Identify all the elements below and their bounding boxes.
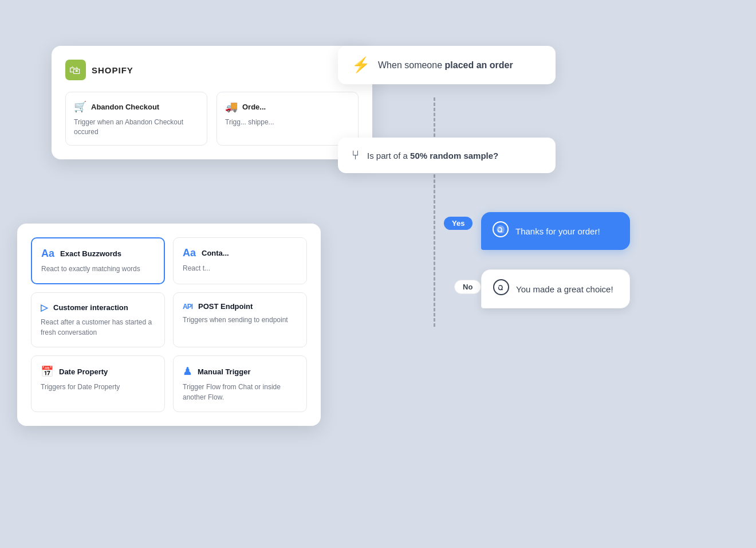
- buzzwords-desc: React to exactly matching words: [41, 264, 155, 274]
- abandon-checkout-title: Abandon Checkout: [91, 103, 159, 111]
- whatsapp-yes-bubble: Thanks for your order!: [481, 212, 630, 250]
- contact-title: Conta...: [202, 249, 229, 257]
- yes-badge: Yes: [444, 217, 472, 230]
- customer-interaction-title: Customer interaction: [53, 303, 128, 312]
- date-property-title: Date Property: [59, 367, 108, 376]
- shopify-header: 🛍 SHOPIFY: [65, 60, 359, 80]
- whatsapp-yes-text: Thanks for your order!: [515, 226, 600, 236]
- whatsapp-no-bubble: You made a great choice!: [481, 269, 630, 308]
- post-endpoint-title: POST Endpoint: [198, 302, 253, 311]
- trigger-selection-panel: Aa Exact Buzzwords React to exactly matc…: [17, 224, 321, 426]
- panel-item-exact-buzzwords[interactable]: Aa Exact Buzzwords React to exactly matc…: [31, 237, 165, 284]
- flow-condition-card: ⑂ Is part of a 50% random sample?: [338, 138, 556, 173]
- whatsapp-no-icon: [493, 279, 509, 299]
- date-property-desc: Triggers for Date Property: [41, 382, 155, 392]
- order-shipped-desc: Trigg... shippe...: [225, 118, 350, 127]
- buzzwords-title: Exact Buzzwords: [60, 249, 121, 258]
- buzzwords-icon: Aa: [41, 248, 54, 260]
- date-property-icon: 📅: [41, 365, 53, 378]
- shopify-card: 🛍 SHOPIFY 🛒 Abandon Checkout Trigger whe…: [52, 46, 372, 159]
- shopify-item-abandon[interactable]: 🛒 Abandon Checkout Trigger when an Aband…: [65, 92, 207, 146]
- panel-item-date-property[interactable]: 📅 Date Property Triggers for Date Proper…: [31, 355, 165, 412]
- manual-trigger-desc: Trigger Flow from Chat or inside another…: [183, 382, 297, 402]
- shopify-title: SHOPIFY: [92, 65, 133, 75]
- condition-branch-icon: ⑂: [352, 148, 359, 163]
- panel-item-contact[interactable]: Aa Conta... React t...: [173, 237, 307, 284]
- shopify-items: 🛒 Abandon Checkout Trigger when an Aband…: [65, 92, 359, 146]
- post-endpoint-desc: Triggers when sending to endpoint: [183, 315, 297, 325]
- panel-grid: Aa Exact Buzzwords React to exactly matc…: [31, 237, 307, 412]
- no-badge: No: [454, 280, 481, 294]
- shopify-item-order[interactable]: 🚚 Orde... Trigg... shippe...: [216, 92, 359, 146]
- customer-interaction-desc: React after a customer has started a fre…: [41, 318, 155, 338]
- panel-item-customer-interaction[interactable]: ▷ Customer interaction React after a cus…: [31, 292, 165, 347]
- whatsapp-yes-icon: [493, 221, 509, 241]
- flow-trigger-text: When someone placed an order: [378, 60, 513, 71]
- abandon-checkout-desc: Trigger when an Abandon Checkout occured: [74, 118, 199, 137]
- abandon-checkout-icon: 🛒: [74, 100, 86, 113]
- api-icon: API: [183, 303, 192, 311]
- shopify-logo-icon: 🛍: [65, 60, 86, 80]
- svg-point-3: [494, 280, 509, 295]
- svg-text:🛍: 🛍: [69, 64, 81, 76]
- flow-condition-text: Is part of a 50% random sample?: [367, 151, 498, 161]
- panel-item-post-endpoint[interactable]: API POST Endpoint Triggers when sending …: [173, 292, 307, 347]
- manual-trigger-icon: ♟: [183, 365, 192, 378]
- contact-icon: Aa: [183, 247, 196, 259]
- whatsapp-no-text: You made a great choice!: [516, 284, 613, 294]
- order-shipped-icon: 🚚: [225, 100, 238, 113]
- panel-item-manual-trigger[interactable]: ♟ Manual Trigger Trigger Flow from Chat …: [173, 355, 307, 412]
- order-shipped-title: Orde...: [242, 103, 266, 111]
- manual-trigger-title: Manual Trigger: [198, 367, 250, 376]
- flow-connector-line: [434, 97, 435, 327]
- trigger-lightning-icon: ⚡: [352, 56, 370, 74]
- customer-interaction-icon: ▷: [41, 302, 48, 313]
- flow-trigger-card: ⚡ When someone placed an order: [338, 46, 556, 84]
